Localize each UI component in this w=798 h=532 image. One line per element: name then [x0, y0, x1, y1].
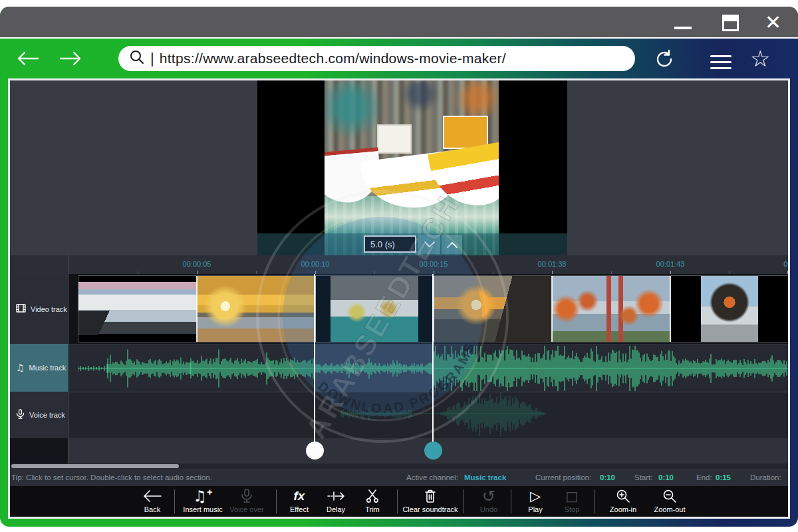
page-frame: 00:00:05 00:00:10 00:00:15 00:01:38 00:0… [0, 77, 798, 527]
end-value: 0:15 [716, 473, 731, 481]
clip-thumbnail-2[interactable] [197, 276, 315, 342]
timeline-ruler[interactable]: 00:00:05 00:00:10 00:00:15 00:01:38 00:0… [10, 255, 788, 274]
duration-control-bar [257, 233, 567, 255]
active-channel-label: Active channel: [406, 473, 458, 481]
clip-thumbnail-1[interactable] [78, 276, 197, 342]
duration-increase-button[interactable] [442, 235, 462, 254]
playhead-handle-end[interactable] [424, 442, 442, 460]
status-tip: Tip: Click to set cursor. Double-click t… [11, 473, 212, 481]
track-label-column: Video track ♫ Music track Voice track [10, 255, 68, 468]
boat-cabin [377, 124, 412, 154]
movie-maker-app: 00:00:05 00:00:10 00:00:15 00:01:38 00:0… [8, 78, 790, 519]
back-arrow-icon [123, 487, 182, 505]
url-bar[interactable]: | https://www.arabseedtech.com/windows-m… [118, 46, 635, 71]
refresh-icon[interactable] [654, 49, 674, 72]
music-note-icon: ♫ [16, 362, 25, 373]
clip-thumbnail-3[interactable] [315, 276, 434, 342]
back-button[interactable]: Back [123, 487, 182, 513]
boat-cabin [443, 116, 488, 149]
track-label-text: Video track [31, 305, 67, 313]
preview-section [10, 80, 788, 255]
duration-input[interactable] [364, 235, 416, 253]
video-viewport [257, 80, 567, 255]
ruler-timestamp: 00:00:05 [183, 260, 211, 268]
clip-thumbnail-5[interactable] [552, 276, 670, 342]
url-cursor: | [150, 50, 154, 67]
clip-thumbnail-4[interactable] [434, 276, 552, 342]
duration-label: Duration: [750, 473, 781, 481]
stop-icon: □ [543, 487, 601, 505]
maximize-icon[interactable] [722, 15, 739, 31]
timeline-area [68, 274, 788, 468]
track-label-video[interactable]: Video track [10, 274, 68, 344]
zoom-out-button[interactable]: Zoom-out [640, 487, 699, 513]
current-position-value: 0:10 [600, 473, 615, 481]
voice-over-button: Voice over [217, 487, 276, 513]
search-icon [129, 49, 145, 68]
ruler-timestamp: 00:01:43 [656, 260, 685, 268]
voice-track-row[interactable] [68, 392, 788, 438]
ruler-timestamp: 00:00:15 [420, 260, 448, 268]
stop-button: □ Stop [543, 487, 601, 513]
clip-thumbnail-6[interactable] [670, 276, 789, 342]
playhead-handle-start[interactable] [306, 442, 324, 460]
track-label-voice[interactable]: Voice track [10, 392, 68, 438]
menu-icon[interactable] [710, 51, 732, 73]
playhead-line-end[interactable] [432, 274, 434, 442]
current-position-label: Current position: [535, 473, 591, 481]
ruler-timestamp: 00:00:10 [301, 260, 330, 268]
track-label-music[interactable]: ♫ Music track [10, 344, 68, 392]
track-label-text: Voice track [29, 411, 65, 419]
bookmark-star-icon[interactable]: ☆ [750, 45, 770, 72]
status-bar: Tip: Click to set cursor. Double-click t… [10, 469, 788, 486]
microphone-icon [217, 487, 276, 505]
back-nav-icon[interactable] [16, 49, 40, 70]
browser-window: ✕ | https://www.arabseedtech.com/windows… [0, 7, 798, 527]
active-channel-value: Music track [464, 473, 506, 481]
close-icon[interactable]: ✕ [765, 11, 781, 34]
timeline-scrollbar-thumb[interactable] [11, 464, 179, 468]
film-icon [16, 304, 26, 314]
preview-image-boats [325, 80, 499, 255]
url-text[interactable]: https://www.arabseedtech.com/windows-mov… [160, 51, 506, 66]
microphone-icon [16, 409, 25, 421]
start-label: Start: [634, 473, 652, 481]
duration-decrease-button[interactable] [418, 235, 440, 254]
music-track-row[interactable] [68, 344, 788, 392]
window-titlebar: ✕ [0, 7, 798, 39]
zoom-out-icon [640, 487, 699, 505]
video-track-row[interactable] [68, 274, 788, 344]
minimize-icon[interactable] [674, 27, 692, 29]
playhead-line-start[interactable] [314, 274, 315, 442]
end-label: End: [696, 473, 712, 481]
start-value: 0:10 [658, 473, 674, 481]
ruler-timestamp: 00:01:38 [538, 260, 567, 268]
track-label-text: Music track [29, 364, 66, 372]
ruler-timestamp: 00: [783, 260, 790, 268]
browser-toolbar: | https://www.arabseedtech.com/windows-m… [0, 40, 798, 77]
editor-toolbar: Back ♫+ Insert music Voice over [10, 486, 788, 517]
forward-nav-icon[interactable] [59, 49, 82, 70]
